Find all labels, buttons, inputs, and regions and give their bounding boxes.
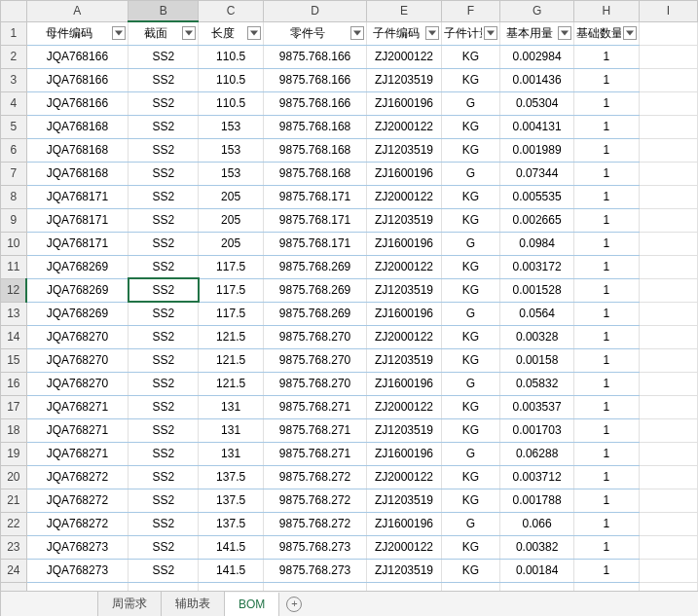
col-header-C[interactable]: C <box>199 1 263 21</box>
cell-G8[interactable]: 0.005535 <box>499 185 573 208</box>
row-header-24[interactable]: 24 <box>1 559 26 582</box>
cell-D13[interactable]: 9875.768.269 <box>263 302 367 325</box>
sheet-tab-3[interactable]: BOM <box>224 593 279 616</box>
cell-G10[interactable]: 0.0984 <box>499 232 573 255</box>
row-header-9[interactable]: 9 <box>1 208 26 232</box>
cell-I22[interactable] <box>639 512 697 535</box>
filter-dropdown-icon[interactable] <box>623 26 637 40</box>
row-header-11[interactable]: 11 <box>1 255 26 278</box>
cell-E16[interactable]: ZJ1600196 <box>367 372 441 395</box>
cell-partial-D[interactable] <box>263 582 367 591</box>
cell-H2[interactable]: 1 <box>574 45 639 68</box>
cell-E3[interactable]: ZJ1203519 <box>367 68 441 91</box>
filter-dropdown-icon[interactable] <box>350 26 364 40</box>
filter-dropdown-icon[interactable] <box>558 26 571 40</box>
row-header-16[interactable]: 16 <box>1 372 26 395</box>
cell-partial-A[interactable] <box>26 582 129 591</box>
cell-E8[interactable]: ZJ2000122 <box>367 185 441 208</box>
cell-B23[interactable]: SS2 <box>129 535 199 559</box>
cell-partial-C[interactable] <box>199 582 263 591</box>
cell-B22[interactable]: SS2 <box>129 512 199 535</box>
cell-F23[interactable]: KG <box>441 535 499 559</box>
cell-F6[interactable]: KG <box>441 138 499 162</box>
cell-C2[interactable]: 110.5 <box>199 45 263 68</box>
cell-D14[interactable]: 9875.768.270 <box>263 325 367 348</box>
cell-C7[interactable]: 153 <box>199 162 263 185</box>
cell-H7[interactable]: 1 <box>574 162 639 185</box>
cell-E21[interactable]: ZJ1203519 <box>367 489 441 512</box>
row-header-23[interactable]: 23 <box>1 535 26 559</box>
cell-E4[interactable]: ZJ1600196 <box>367 91 441 115</box>
cell-G9[interactable]: 0.002665 <box>499 208 573 232</box>
cell-E13[interactable]: ZJ1600196 <box>367 302 441 325</box>
cell-A23[interactable]: JQA768273 <box>26 535 129 559</box>
cell-E2[interactable]: ZJ2000122 <box>367 45 441 68</box>
cell-C10[interactable]: 205 <box>199 232 263 255</box>
cell-D18[interactable]: 9875.768.271 <box>263 418 367 442</box>
cell-E24[interactable]: ZJ1203519 <box>367 559 441 582</box>
cell-B21[interactable]: SS2 <box>129 489 199 512</box>
cell-I9[interactable] <box>639 208 697 232</box>
cell-partial-G[interactable] <box>499 582 573 591</box>
cell-E11[interactable]: ZJ2000122 <box>367 255 441 278</box>
cell-B24[interactable]: SS2 <box>129 559 199 582</box>
cell-A14[interactable]: JQA768270 <box>26 325 129 348</box>
cell-partial-H[interactable] <box>574 582 639 591</box>
cell-D21[interactable]: 9875.768.272 <box>263 489 367 512</box>
cell-F10[interactable]: G <box>441 232 499 255</box>
col-header-F[interactable]: F <box>441 1 499 21</box>
cell-partial-E[interactable] <box>367 582 441 591</box>
cell-H4[interactable]: 1 <box>574 91 639 115</box>
cell-E9[interactable]: ZJ1203519 <box>367 208 441 232</box>
cell-G2[interactable]: 0.002984 <box>499 45 573 68</box>
row-header-1[interactable]: 1 <box>1 21 26 45</box>
cell-E6[interactable]: ZJ1203519 <box>367 138 441 162</box>
cell-I8[interactable] <box>639 185 697 208</box>
cell-C22[interactable]: 137.5 <box>199 512 263 535</box>
cell-D12[interactable]: 9875.768.269 <box>263 278 367 302</box>
cell-B4[interactable]: SS2 <box>129 91 199 115</box>
cell-B16[interactable]: SS2 <box>129 372 199 395</box>
sheet-tab-2[interactable]: 辅助表 <box>161 592 225 616</box>
cell-E14[interactable]: ZJ2000122 <box>367 325 441 348</box>
cell-D7[interactable]: 9875.768.168 <box>263 162 367 185</box>
cell-C4[interactable]: 110.5 <box>199 91 263 115</box>
cell-I3[interactable] <box>639 68 697 91</box>
cell-B12[interactable]: SS2 <box>129 278 199 302</box>
row-header-10[interactable]: 10 <box>1 232 26 255</box>
cell-D15[interactable]: 9875.768.270 <box>263 348 367 372</box>
cell-A8[interactable]: JQA768171 <box>26 185 129 208</box>
cell-G17[interactable]: 0.003537 <box>499 395 573 418</box>
filter-dropdown-icon[interactable] <box>112 26 126 40</box>
cell-F7[interactable]: G <box>441 162 499 185</box>
cell-G3[interactable]: 0.001436 <box>499 68 573 91</box>
cell-F17[interactable]: KG <box>441 395 499 418</box>
cell-D20[interactable]: 9875.768.272 <box>263 465 367 489</box>
cell-partial-F[interactable] <box>441 582 499 591</box>
row-header-18[interactable]: 18 <box>1 418 26 442</box>
add-sheet-button[interactable]: + <box>279 592 309 616</box>
row-header-2[interactable]: 2 <box>1 45 26 68</box>
col-header-I[interactable]: I <box>639 1 697 21</box>
cell-F2[interactable]: KG <box>441 45 499 68</box>
cell-E23[interactable]: ZJ2000122 <box>367 535 441 559</box>
cell-H14[interactable]: 1 <box>574 325 639 348</box>
cell-B19[interactable]: SS2 <box>129 442 199 465</box>
cell-I4[interactable] <box>639 91 697 115</box>
cell-E17[interactable]: ZJ2000122 <box>367 395 441 418</box>
cell-E7[interactable]: ZJ1600196 <box>367 162 441 185</box>
cell-I24[interactable] <box>639 559 697 582</box>
cell-D17[interactable]: 9875.768.271 <box>263 395 367 418</box>
cell-G22[interactable]: 0.066 <box>499 512 573 535</box>
cell-I11[interactable] <box>639 255 697 278</box>
cell-F9[interactable]: KG <box>441 208 499 232</box>
cell-C9[interactable]: 205 <box>199 208 263 232</box>
cell-B7[interactable]: SS2 <box>129 162 199 185</box>
cell-A16[interactable]: JQA768270 <box>26 372 129 395</box>
cell-H9[interactable]: 1 <box>574 208 639 232</box>
cell-E10[interactable]: ZJ1600196 <box>367 232 441 255</box>
cell-partial-B[interactable] <box>129 582 199 591</box>
cell-D10[interactable]: 9875.768.171 <box>263 232 367 255</box>
cell-F16[interactable]: G <box>441 372 499 395</box>
cell-E5[interactable]: ZJ2000122 <box>367 115 441 138</box>
